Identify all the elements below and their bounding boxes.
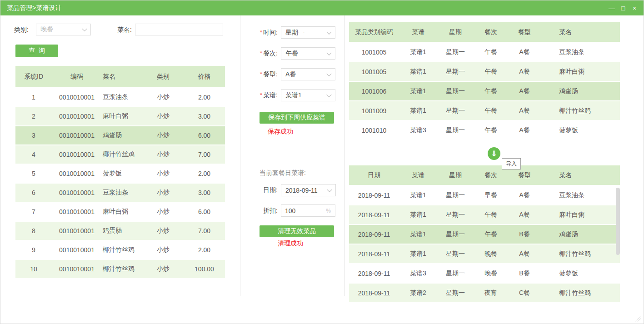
column-header: 日期 [349, 165, 399, 185]
search-button[interactable]: 查 询 [15, 45, 58, 57]
vertical-scrollbar[interactable] [616, 188, 620, 255]
table-cell: 星期一 [437, 101, 474, 120]
table-cell: 鸡蛋肠 [102, 222, 143, 240]
column-header: 价格 [184, 66, 225, 87]
table-cell: 菜谱1 [399, 205, 437, 224]
table-row[interactable]: 1001009菜谱1星期一午餐A餐椰汁竹丝鸡 [349, 101, 620, 121]
table-cell: 椰汁竹丝鸡 [102, 145, 143, 164]
table-cell: 菜谱1 [399, 244, 437, 263]
table-cell: 麻叶白粥 [541, 205, 620, 224]
table-cell: 小炒 [143, 184, 184, 202]
category-select[interactable]: 晚餐 [36, 24, 91, 35]
meal-select[interactable]: 午餐 [281, 47, 335, 60]
column-header: 菜名 [541, 22, 620, 42]
save-next-week-button[interactable]: 保存到下周供应菜谱 [260, 112, 334, 124]
table-cell: C餐 [508, 284, 541, 302]
table-row[interactable]: 90010010001椰汁竹丝鸡小炒2.00 [15, 241, 225, 260]
table-cell: 菜谱1 [399, 186, 437, 204]
table-cell: 椰汁竹丝鸡 [102, 260, 143, 278]
table-cell: 2018-09-11 [349, 284, 399, 302]
table-cell: 午餐 [474, 43, 508, 61]
table-row[interactable]: 50010010001菠萝饭小炒2.00 [15, 164, 225, 184]
table-row[interactable]: 40010010001椰汁竹丝鸡小炒7.00 [15, 145, 225, 164]
resize-grip-icon[interactable] [634, 314, 642, 322]
table-cell: 椰汁竹丝鸡 [541, 284, 620, 302]
table-cell: 5 [15, 164, 52, 183]
chevron-down-icon [326, 29, 331, 34]
table-row[interactable]: 1001005菜谱1星期一午餐A餐麻叶白粥 [349, 62, 620, 82]
table-row[interactable]: 1001010菜谱3星期一午餐A餐菠萝饭 [349, 121, 620, 140]
table-row[interactable]: 2018-09-11菜谱1星期一午餐B餐鸡蛋肠 [349, 225, 620, 244]
maximize-icon[interactable]: □ [619, 5, 627, 12]
table-row[interactable]: 30010010001鸡蛋肠小炒6.00 [15, 126, 225, 145]
table-header-row: 菜品类别编码菜谱星期餐次餐型菜名 [349, 22, 620, 43]
clean-status-text: 清理成功 [278, 239, 303, 248]
table-row[interactable]: 2018-09-11菜谱3星期一晚餐B餐菠萝饭 [349, 264, 620, 284]
required-asterisk: * [260, 50, 262, 57]
table-cell: 2.00 [184, 241, 225, 259]
table-row[interactable]: 80010010001鸡蛋肠小炒7.00 [15, 222, 225, 241]
table-cell: 小炒 [143, 241, 184, 259]
table-cell: A餐 [508, 205, 541, 224]
dish-name-input[interactable] [135, 26, 223, 33]
category-label: 类别: [14, 24, 29, 35]
table-cell: 2018-09-11 [349, 244, 399, 263]
menu-select[interactable]: 菜谱1 [281, 89, 335, 101]
column-header: 类别 [143, 66, 184, 87]
meal-type-select[interactable]: A餐 [281, 68, 335, 80]
table-row[interactable]: 10010010001豆浆油条小炒2.00 [15, 88, 225, 107]
arrow-down-icon: ⇓ [491, 149, 497, 159]
table-row[interactable]: 20010010001麻叶白粥小炒3.00 [15, 107, 225, 126]
minimize-icon[interactable]: — [608, 5, 615, 12]
table-row[interactable]: 2018-09-11菜谱2星期一夜宵C餐椰汁竹丝鸡 [349, 284, 620, 303]
table-cell: 菠萝饭 [102, 164, 143, 183]
table-row[interactable]: 1001005菜谱1星期一午餐A餐豆浆油条 [349, 43, 620, 62]
discount-input[interactable] [281, 207, 326, 214]
divider-right [344, 15, 344, 296]
table-cell: 星期一 [437, 225, 474, 244]
table-cell: 0010010001 [52, 184, 102, 202]
date-select[interactable]: 2018-09-11 [281, 184, 336, 196]
table-cell: A餐 [508, 121, 541, 140]
table-cell: B餐 [508, 225, 541, 244]
table-cell: 6.00 [184, 203, 225, 221]
current-day-menu-label: 当前套餐日菜谱: [260, 169, 306, 177]
table-row[interactable]: 2018-09-11菜谱1星期一午餐A餐麻叶白粥 [349, 205, 620, 225]
chevron-down-icon [326, 50, 331, 55]
page-title: 菜品管理>菜谱设计 [7, 0, 61, 15]
clean-invalid-dishes-button[interactable]: 清理无效菜品 [260, 225, 334, 237]
discount-label: 折扣: [237, 204, 278, 217]
import-tooltip: 导入 [502, 158, 521, 169]
table-cell: 午餐 [474, 62, 508, 81]
table-cell: 豆浆油条 [541, 186, 620, 204]
table-cell: 0010010001 [52, 222, 102, 240]
time-label: *时间: [237, 26, 278, 39]
table-cell: 0010010001 [52, 260, 102, 278]
import-arrow-button[interactable]: ⇓ [488, 147, 500, 160]
table-row[interactable]: 2018-09-11菜谱1星期一晚餐A餐椰汁竹丝鸡 [349, 244, 620, 264]
meal-type-label: *餐型: [237, 68, 278, 80]
table-cell: 麻叶白粥 [102, 107, 143, 125]
table-cell: 星期一 [437, 186, 474, 204]
table-cell: 豆浆油条 [541, 43, 620, 61]
table-row[interactable]: 1001006菜谱1星期一午餐A餐鸡蛋肠 [349, 82, 620, 101]
table-row[interactable]: 100010010001椰汁竹丝鸡小炒100.00 [15, 260, 225, 279]
week-menu-table: 菜品类别编码菜谱星期餐次餐型菜名1001005菜谱1星期一午餐A餐豆浆油条100… [349, 22, 620, 140]
table-row[interactable]: 70010010001麻叶白粥小炒6.00 [15, 203, 225, 222]
title-bar: 菜品管理>菜谱设计 — □ × [0, 0, 644, 15]
required-asterisk: * [260, 91, 262, 99]
table-cell: 2018-09-11 [349, 205, 399, 224]
table-cell: 夜宵 [474, 284, 508, 302]
table-cell: 菜谱1 [399, 82, 437, 100]
table-cell: 椰汁竹丝鸡 [541, 244, 620, 263]
table-cell: A餐 [508, 62, 541, 81]
column-header: 餐次 [474, 22, 508, 42]
table-row[interactable]: 60010010001豆浆油条小炒3.00 [15, 184, 225, 203]
table-cell: 豆浆油条 [102, 88, 143, 106]
meal-select-value: 午餐 [285, 50, 298, 58]
close-icon[interactable]: × [631, 5, 638, 12]
table-row[interactable]: 2018-09-11菜谱1星期一早餐A餐豆浆油条 [349, 186, 620, 205]
table-cell: 2018-09-11 [349, 264, 399, 283]
time-select[interactable]: 星期一 [281, 26, 335, 39]
table-cell: A餐 [508, 101, 541, 120]
